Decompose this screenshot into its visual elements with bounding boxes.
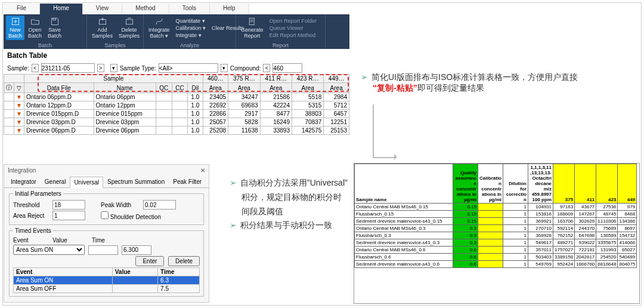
save-batch-button[interactable]: Save Batch [45,16,64,40]
new-batch-button[interactable]: New Batch [6,16,24,40]
event-select[interactable]: Area Sum ON [13,245,85,255]
integration-title: Integration [8,167,36,174]
sample-type-label: Sample Type: [120,65,156,72]
result-table[interactable]: Sample nameQuality assurance concentrati… [354,164,637,268]
event-row[interactable]: Area Sum ON6.3 [14,276,200,285]
timed-events-group: Timed Events Event Value Time Area Sum O… [9,227,204,297]
initial-parameters-group: Initial Parameters Threshold Peak Width … [9,190,204,225]
generate-report-button[interactable]: Generate Report [239,16,266,40]
masshunter-window: FileHomeViewMethodToolsHelp New Batch Op… [4,4,349,135]
sample-type-dropdown[interactable]: ▾ [221,64,228,72]
table-row[interactable]: ▼Drevnice 015ppm.DDrevnice 015ppm1.02286… [4,110,349,118]
area-reject-label: Area Reject [13,212,49,219]
result-row[interactable]: Ontario Central MAB MSs46_0.150.15110493… [355,204,637,211]
open-report-folder[interactable]: Open Report Folder [270,18,317,24]
sample-label: Sample: [7,65,29,72]
sample-dropdown[interactable]: ▾ [110,64,117,72]
compound-input[interactable] [273,63,302,73]
edit-report-method[interactable]: Edit Report Method [270,32,317,38]
calibration-menu[interactable]: Calibration ▾ [176,25,206,31]
batch-table-title: Batch Table [4,49,349,62]
event-row[interactable]: Area Sum OFF7.5 [14,285,200,293]
integ-tab-universal[interactable]: Universal [70,177,103,188]
ribbon: New Batch Open Batch Save Batch Batch Ad… [4,14,349,49]
batch-filter-bar: Sample: < > ▾ Sample Type: ▾ Compound: < [4,62,349,74]
menu-tab-home[interactable]: Home [40,4,83,14]
table-row[interactable]: ▼Drevnice 06ppm.DDrevnice 06ppm1.0252081… [4,127,349,135]
threshold-input[interactable] [52,200,85,210]
result-row[interactable]: Sediment drevnice malenovice-s43_0.150.1… [355,218,637,225]
result-row[interactable]: Sediment drevnice malenovice-s43_0.30.31… [355,239,637,247]
sample-input[interactable] [41,63,95,73]
integ-tab-general[interactable]: General [41,176,70,187]
sample-prev-button[interactable]: < [32,64,39,72]
integration-dialog: Integration ✕ IntegratorGeneralUniversal… [4,164,209,303]
sample-type-input[interactable] [159,63,218,73]
result-row[interactable]: Sediment drevnice malenovice-s43_0.60.61… [355,261,637,268]
table-row[interactable]: ▼Ontario 06ppm.DOntario 06ppm1.023405342… [4,93,349,101]
peak-width-input[interactable] [143,200,176,210]
compound-label: Compound: [230,65,261,72]
result-row[interactable]: Flussbarsch_0.150.1511538161686091472674… [355,211,637,218]
result-row[interactable]: Ontario Central MAB MSs46_0.60.613570111… [355,247,637,254]
integ-tab-peak-filter[interactable]: Peak Filter [169,176,206,187]
annotation-1: ➢简化UI版面排布与ISO标准计算表格一致，方便用户直接 “复制-粘贴”即可得到… [361,72,578,94]
result-row[interactable]: Flussbarsch_0.60.61503403338915820426172… [355,254,637,261]
event-time-input[interactable] [122,245,151,255]
integ-tab-spectrum-summation[interactable]: Spectrum Summation [103,176,169,187]
result-spreadsheet: Sample nameQuality assurance concentrati… [354,163,640,304]
integrate-menu[interactable]: Integrate ▾ [176,32,206,38]
event-value-input[interactable] [88,245,118,255]
compound-prev-button[interactable]: < [263,64,270,72]
quantitate-menu[interactable]: Quantitate ▾ [176,18,206,24]
delete-samples-button[interactable]: Delete Samples [116,16,142,40]
result-row[interactable]: Ontario Central MAB MSs46_0.30.312707105… [355,225,637,232]
table-row[interactable]: ▼Drevnice 03ppm.DDrevnice 03ppm1.0250575… [4,118,349,127]
peak-width-label: Peak Width [101,202,140,208]
menu-tab-view[interactable]: View [83,4,123,14]
menu-tab-method[interactable]: Method [122,4,169,14]
table-row[interactable]: ▼Ontario 12ppm.DOntario 12ppm1.022692696… [4,101,349,110]
close-icon[interactable]: ✕ [200,167,205,174]
timed-events-table[interactable]: EventValueTimeArea Sum ON6.3Area Sum OFF… [13,267,200,293]
integ-tab-integrator[interactable]: Integrator [7,176,41,187]
batch-table[interactable]: Sample460…375 R…411 R…423 R…449…ⓘ▽Data F… [4,74,349,135]
arrow-elbow [373,104,397,158]
result-row[interactable]: Flussbarsch_0.30.31368928762152647698136… [355,232,637,239]
add-samples-button[interactable]: Add Samples [89,16,115,40]
queue-viewer[interactable]: Queue Viewer [270,25,317,31]
shoulder-detection-checkbox[interactable] [101,211,109,219]
integration-tabs: IntegratorGeneralUniversalSpectrum Summa… [4,176,209,188]
menu-tab-file[interactable]: File [4,4,40,14]
svg-rect-7 [126,20,132,24]
area-reject-input[interactable] [52,211,85,220]
integrate-batch-button[interactable]: Integrate Batch ▾ [146,16,172,40]
enter-button[interactable]: Enter [135,256,164,266]
svg-rect-3 [52,18,55,20]
sample-next-button[interactable]: > [97,64,104,72]
annotation-2: ➢自动积分方法采用”Universal” 积分，规定目标物的积分时 间段及阈值 … [230,176,348,233]
menu-tab-tools[interactable]: Tools [169,4,210,14]
open-batch-button[interactable]: Open Batch [26,16,44,40]
menu-tabstrip: FileHomeViewMethodToolsHelp [4,4,349,14]
menu-tab-help[interactable]: Help [210,4,249,14]
threshold-label: Threshold [13,202,49,208]
delete-button[interactable]: Delete [168,256,200,266]
